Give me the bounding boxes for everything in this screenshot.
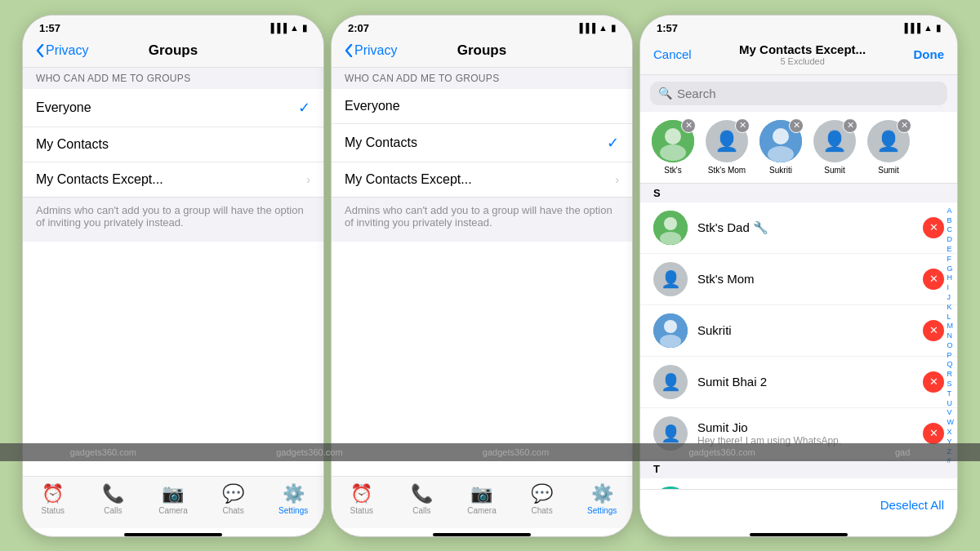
avatar-label-sukriti: Sukriti [769,166,792,175]
alpha-s[interactable]: S [946,380,956,389]
tab-calls-2[interactable]: 📞 Calls [399,483,444,515]
alpha-n[interactable]: N [946,331,956,340]
nav-title-1: Groups [149,42,198,59]
wifi-icon-3: ▲ [924,23,933,33]
option-mycontacts-1[interactable]: My Contacts [23,127,323,162]
tab-bar-1: ⏰ Status 📞 Calls 📷 Camera 💬 Chats ⚙️ Set… [23,476,323,528]
contact-action-stksdad[interactable] [923,217,944,238]
admin-note-1: Admins who can't add you to a group will… [23,198,323,242]
contact-info-stksdad: Stk's Dad 🔧 [697,220,913,235]
tab-calls-1[interactable]: 📞 Calls [90,483,136,515]
alpha-l[interactable]: L [946,313,956,322]
status-time-1: 1:57 [39,22,60,34]
tab-camera-2[interactable]: 📷 Camera [459,483,505,515]
section-label-s: S [640,184,957,202]
option-mycontacts-except-2[interactable]: My Contacts Except... › [332,162,632,197]
search-wrapper[interactable]: 🔍 [650,82,947,105]
signal-icon-2: ▐▐▐ [577,23,595,33]
svg-point-8 [660,232,681,245]
avatar-wrap-sukriti: ✕ [760,120,802,162]
search-bar: 🔍 [640,75,957,112]
option-mycontacts-except-1[interactable]: My Contacts Except... › [23,162,323,197]
alpha-i[interactable]: I [946,283,956,292]
alpha-a[interactable]: A [946,207,956,216]
back-button-2[interactable]: Privacy [345,43,397,58]
alpha-p[interactable]: P [946,351,956,360]
contact-action-sumitjio[interactable] [923,423,944,444]
option-everyone-1[interactable]: Everyone ✓ [23,89,323,127]
contacts-nav-sub: 5 Excluded [739,56,866,66]
alpha-e[interactable]: E [946,245,956,254]
contact-info-stksmom: Stk's Mom [697,272,913,286]
alpha-z[interactable]: Z [946,447,956,456]
nav-bar-1: Privacy Groups [23,38,323,68]
svg-point-2 [660,144,686,161]
alpha-g[interactable]: G [946,264,956,273]
avatar-chip-sukriti: ✕ Sukriti [758,120,804,175]
done-button[interactable]: Done [914,47,945,61]
contact-row-stksdad[interactable]: Stk's Dad 🔧 [640,202,957,254]
cancel-button[interactable]: Cancel [653,47,692,61]
svg-rect-12 [653,487,688,489]
alpha-b[interactable]: B [946,216,956,225]
contact-row-sumitjio[interactable]: 👤 Sumit Jio Hey there! I am using WhatsA… [640,408,957,460]
tab-status-1[interactable]: ⏰ Status [30,483,76,515]
tab-settings-2[interactable]: ⚙️ Settings [579,483,625,515]
contact-row-sumitbhai[interactable]: 👤 Sumit Bhai 2 [640,357,957,408]
contact-action-stksmom[interactable] [923,269,944,290]
calls-icon: 📞 [102,483,124,504]
alpha-d[interactable]: D [946,235,956,244]
alpha-x[interactable]: X [946,428,956,437]
alpha-m[interactable]: M [946,322,956,331]
avatar-chip-sumit1: 👤 ✕ Sumit [812,120,858,175]
alpha-w[interactable]: W [946,418,956,427]
alpha-t[interactable]: T [946,389,956,398]
alpha-j[interactable]: J [946,293,956,302]
avatar-chip-sumit2: 👤 ✕ Sumit [866,120,911,175]
avatar-remove-sumit2[interactable]: ✕ [897,118,911,133]
phone-1: 1:57 ▐▐▐ ▲ ▮ Privacy Groups WHO CAN ADD … [22,15,324,537]
avatar-remove-stksmom[interactable]: ✕ [735,118,750,133]
alpha-c[interactable]: C [946,225,956,234]
contact-action-sukriti[interactable] [923,320,944,341]
alpha-hash[interactable]: # [946,456,956,465]
contact-row-stksmom[interactable]: 👤 Stk's Mom [640,254,957,305]
avatar-label-sumit1: Sumit [824,166,845,175]
tab-camera-1[interactable]: 📷 Camera [150,483,196,515]
avatar-remove-stks[interactable]: ✕ [681,118,696,133]
contact-sub-sumitjio: Hey there! I am using WhatsApp. [697,435,913,447]
avatar-remove-sumit1[interactable]: ✕ [843,118,858,133]
contacts-footer: Deselect All [640,489,957,528]
home-indicator-3 [750,533,848,536]
alpha-h[interactable]: H [946,273,956,282]
excluded-avatars-row: ✕ Stk's 👤 ✕ Stk's Mom [640,112,957,184]
contact-row-taneem[interactable]: Taneem [640,478,957,489]
back-button-1[interactable]: Privacy [36,43,88,58]
alpha-u[interactable]: U [946,399,956,408]
alpha-r[interactable]: R [946,370,956,379]
alpha-y[interactable]: Y [946,438,956,447]
avatar-remove-sukriti[interactable]: ✕ [789,118,804,133]
contact-row-sukriti[interactable]: Sukriti [640,305,957,357]
tab-settings-1[interactable]: ⚙️ Settings [270,483,316,515]
option-mycontacts-2[interactable]: My Contacts ✓ [332,124,632,162]
option-everyone-2[interactable]: Everyone [332,89,632,124]
avatar-wrap-sumit2: 👤 ✕ [867,120,910,162]
tab-chats-2[interactable]: 💬 Chats [519,483,565,515]
avatar-label-stks: Stk's [664,166,681,175]
settings-icon: ⚙️ [283,483,305,504]
deselect-all-button[interactable]: Deselect All [880,498,944,512]
contact-avatar-sumitjio: 👤 [653,416,688,451]
alpha-v[interactable]: V [946,408,956,417]
contact-action-sumitbhai[interactable] [923,371,944,393]
search-input[interactable] [677,87,939,100]
tab-status-2[interactable]: ⏰ Status [339,483,385,515]
alpha-k[interactable]: K [946,303,956,312]
status-icon: ⏰ [42,483,64,504]
chevron-icon-2: › [615,173,619,186]
alpha-o[interactable]: O [946,341,956,350]
svg-point-1 [665,128,681,144]
tab-chats-1[interactable]: 💬 Chats [211,483,256,515]
alpha-q[interactable]: Q [946,360,956,369]
alpha-f[interactable]: F [946,255,956,264]
